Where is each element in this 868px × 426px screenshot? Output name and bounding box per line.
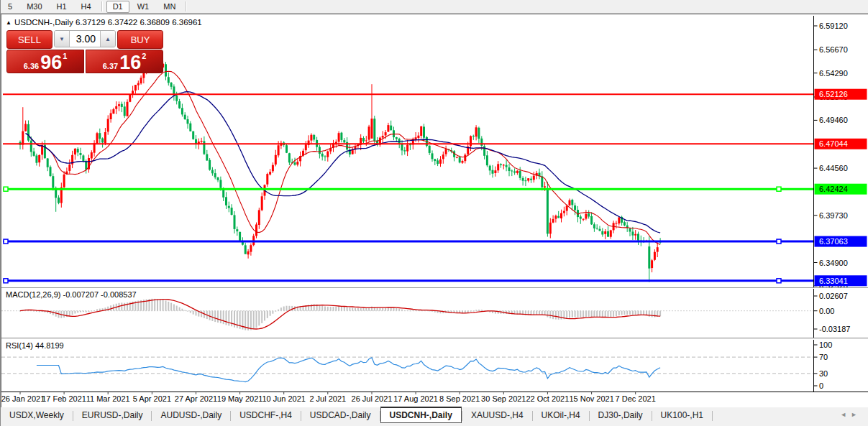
buy-price-prefix: 6.37 <box>103 62 118 70</box>
macd-axis-label: 0.02607 <box>819 292 848 300</box>
tab-ukoil-h4[interactable]: UKOil-,H4 <box>533 407 589 422</box>
date-tick-label: 26 Jan 2021 <box>1 394 45 403</box>
line-handle[interactable] <box>4 239 8 244</box>
toolbar-separator <box>186 1 187 11</box>
tab-usdx-weekly[interactable]: USDX,Weekly <box>1 407 73 422</box>
rsi-axis-label: 30 <box>819 369 828 378</box>
price-tick-label: 6.56670 <box>819 45 848 54</box>
date-tick-label: 19 May 2021 <box>217 394 263 403</box>
date-tick-label: 10 Jun 2021 <box>262 394 306 403</box>
price-badge-label: 6.37063 <box>819 237 848 246</box>
rsi-axis-label: 0 <box>819 381 823 390</box>
price-tick-label: 6.54290 <box>819 69 848 78</box>
tab-audusd-daily[interactable]: AUDUSD-,Daily <box>152 407 230 422</box>
timeframe-mn[interactable]: MN <box>157 1 182 13</box>
buy-button[interactable]: BUY <box>117 30 163 49</box>
rsi-background[interactable] <box>1 340 868 392</box>
tab-uk100-h1[interactable]: UK100-,H1 <box>652 407 712 422</box>
price-tick-label: 6.44560 <box>819 164 848 172</box>
rsi-axis-label: 70 <box>819 353 828 361</box>
line-handle[interactable] <box>777 279 781 283</box>
line-handle[interactable] <box>777 187 781 191</box>
line-handle[interactable] <box>4 187 8 191</box>
rsi-label: RSI(14) 44.8199 <box>6 341 64 350</box>
tab-dj30-daily[interactable]: DJ30-,Daily <box>590 407 652 422</box>
one-click-trade-panel: SELL ▼ 3.00 ▲ BUY 6.36 96 1 6.37 16 2 <box>6 30 163 72</box>
line-handle[interactable] <box>777 239 781 244</box>
chart-title-text: USDCNH-,Daily 6.37129 6.37422 6.36809 6.… <box>14 18 202 27</box>
rsi-axis-label: 100 <box>819 341 832 349</box>
macd-axis-label: 0.00 <box>819 307 834 315</box>
tab-usdcad-daily[interactable]: USDCAD-,Daily <box>301 407 380 422</box>
timeframe-5[interactable]: 5 <box>1 1 19 13</box>
date-tick-label: 17 Feb 2021 <box>42 394 86 403</box>
volume-spinner: ▼ 3.00 ▲ <box>54 30 116 47</box>
date-tick-label: 5 Apr 2021 <box>133 394 171 403</box>
macd-axis-label: -0.03187 <box>819 325 850 333</box>
sell-price-pips: 96 <box>40 53 62 73</box>
tab-usdcnh-daily[interactable]: USDCNH-,Daily <box>380 407 462 423</box>
date-tick-label: 27 Apr 2021 <box>175 394 217 403</box>
rsi-panel[interactable]: 10070300RSI(14) 44.8199 <box>1 340 868 392</box>
price-tick-label: 6.59120 <box>819 22 848 30</box>
volume-input[interactable]: 3.00 <box>70 31 100 47</box>
macd-label: MACD(12,26,9) -0.007207 -0.008537 <box>6 290 137 299</box>
timeframe-h4[interactable]: H4 <box>75 1 98 13</box>
buy-price-point: 2 <box>142 52 146 60</box>
date-tick-label: 17 Aug 2021 <box>393 394 438 403</box>
tabs-scroll-left-icon[interactable]: ◄ <box>840 411 851 418</box>
timeframe-d1[interactable]: D1 <box>106 1 129 13</box>
date-tick-label: 26 Jul 2021 <box>352 394 393 403</box>
date-tick-label: 2 Jul 2021 <box>309 394 346 403</box>
volume-increase-icon[interactable]: ▲ <box>100 31 115 47</box>
date-tick-label: 7 Dec 2021 <box>616 394 656 403</box>
terminal-window: 5M30H1H4D1W1MN 6.591206.566706.542906.51… <box>0 0 868 426</box>
tab-separator <box>712 411 713 421</box>
collapse-arrow-icon[interactable]: ▲ <box>6 19 12 26</box>
tab-xauusd-h4[interactable]: XAUUSD-,H4 <box>462 407 532 422</box>
sell-price-point: 1 <box>63 52 67 60</box>
price-tick-label: 6.49460 <box>819 116 848 124</box>
toolbar-separator <box>101 1 103 11</box>
sell-price-prefix: 6.36 <box>24 62 39 70</box>
buy-price-pips: 16 <box>119 53 141 73</box>
sell-price-box[interactable]: 6.36 96 1 <box>6 50 84 73</box>
price-badge-label: 6.52126 <box>819 90 848 98</box>
tabs-scroll-right-icon[interactable]: ► <box>851 411 862 418</box>
price-tick-label: 6.39730 <box>819 211 848 220</box>
date-tick-label: 15 Nov 2021 <box>569 394 613 403</box>
chart-tab-bar: USDX,WeeklyEURUSD-,DailyAUDUSD-,DailyUSD… <box>1 407 868 426</box>
date-tick-label: 30 Sep 2021 <box>481 394 526 403</box>
tab-usdchf-h4[interactable]: USDCHF-,H4 <box>231 407 301 422</box>
chart-title: ▲USDCNH-,Daily 6.37129 6.37422 6.36809 6… <box>6 18 202 27</box>
buy-price-box[interactable]: 6.37 16 2 <box>86 50 163 73</box>
date-tick-label: 8 Sep 2021 <box>439 394 480 403</box>
tab-eurusd-daily[interactable]: EURUSD-,Daily <box>73 407 152 422</box>
price-tick-label: 6.34900 <box>819 259 848 267</box>
date-axis: 26 Jan 202117 Feb 202111 Mar 20215 Apr 2… <box>1 392 868 406</box>
macd-panel[interactable]: 0.026070.00-0.03187MACD(12,26,9) -0.0072… <box>1 289 868 338</box>
sell-button[interactable]: SELL <box>6 30 52 49</box>
price-badge-label: 6.47044 <box>819 139 848 148</box>
price-badge-label: 6.33041 <box>819 277 848 285</box>
date-tick-label: 22 Oct 2021 <box>526 394 569 403</box>
timeframe-m30[interactable]: M30 <box>20 1 48 13</box>
timeframe-toolbar: 5M30H1H4D1W1MN <box>1 0 868 14</box>
date-tick-label: 11 Mar 2021 <box>86 394 130 403</box>
price-badge-label: 6.42424 <box>819 185 848 193</box>
timeframe-w1[interactable]: W1 <box>131 1 156 13</box>
line-handle[interactable] <box>4 279 8 283</box>
volume-decrease-icon[interactable]: ▼ <box>55 31 70 47</box>
timeframe-h1[interactable]: H1 <box>50 1 73 13</box>
